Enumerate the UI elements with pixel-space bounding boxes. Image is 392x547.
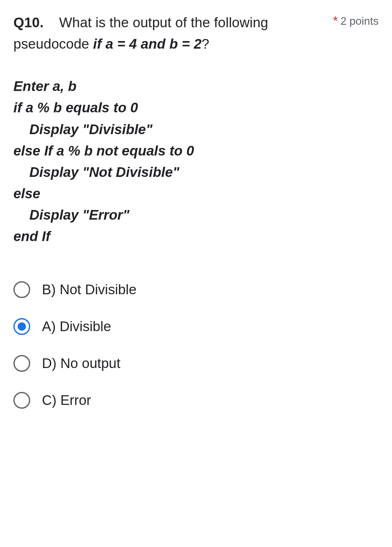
- pseudocode-line-2: if a % b equals to 0: [13, 97, 379, 118]
- points-block: * 2 points: [333, 14, 379, 28]
- option-label: B) Not Divisible: [42, 282, 137, 298]
- question-bold-condition: if a = 4 and b = 2: [93, 36, 202, 52]
- question-number: Q10.: [13, 15, 44, 30]
- option-row-b[interactable]: B) Not Divisible: [13, 271, 379, 308]
- option-label: C) Error: [42, 392, 91, 408]
- pseudocode-line-8: end If: [13, 226, 379, 247]
- pseudocode-line-3: Display "Divisible": [13, 119, 379, 140]
- options-block: B) Not Divisible A) Divisible D) No outp…: [13, 271, 379, 419]
- option-row-c[interactable]: C) Error: [13, 382, 379, 419]
- radio-icon[interactable]: [13, 355, 30, 372]
- radio-icon-selected[interactable]: [13, 318, 30, 335]
- question-header: Q10. What is the output of the following…: [13, 12, 379, 54]
- option-label: D) No output: [42, 355, 120, 371]
- radio-icon[interactable]: [13, 281, 30, 298]
- pseudocode-line-7: Display "Error": [13, 204, 379, 226]
- pseudocode-line-5: Display "Not Divisible": [13, 161, 379, 183]
- pseudocode-block: Enter a, b if a % b equals to 0 Display …: [13, 75, 379, 247]
- pseudocode-line-1: Enter a, b: [13, 75, 379, 97]
- required-asterisk: *: [333, 14, 338, 27]
- option-label: A) Divisible: [42, 319, 111, 334]
- radio-icon[interactable]: [13, 392, 30, 409]
- question-text: Q10. What is the output of the following…: [13, 12, 326, 54]
- points-text: 2 points: [340, 15, 379, 28]
- pseudocode-line-4: else If a % b not equals to 0: [13, 140, 379, 161]
- option-row-a[interactable]: A) Divisible: [13, 308, 379, 345]
- pseudocode-line-6: else: [13, 183, 379, 204]
- question-text-part2: ?: [202, 36, 209, 52]
- option-row-d[interactable]: D) No output: [13, 345, 379, 382]
